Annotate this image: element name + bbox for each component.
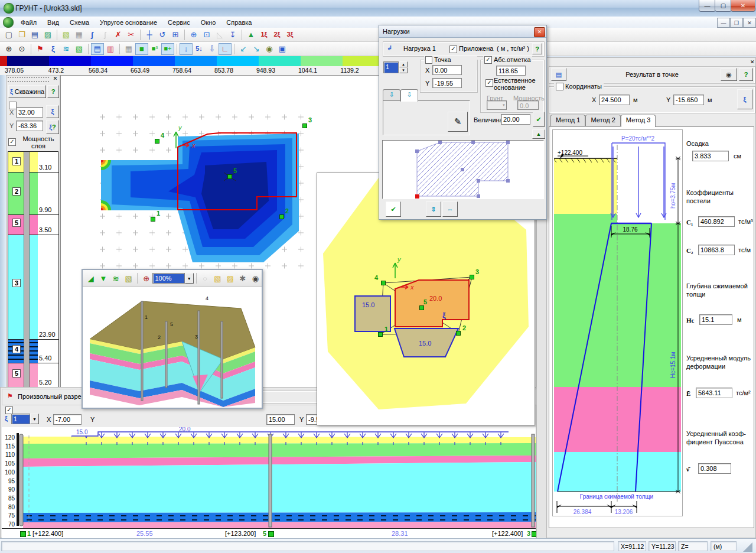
- panel-grip[interactable]: [8, 77, 49, 82]
- menu-elastic-base[interactable]: Упругое основание: [94, 18, 162, 27]
- mdi-minimize-button[interactable]: —: [717, 18, 730, 28]
- spin-up-icon[interactable]: ▲: [399, 61, 408, 67]
- menu-scheme[interactable]: Схема: [64, 18, 94, 27]
- well-icon[interactable]: ◉: [263, 43, 276, 55]
- view-rotate-icon[interactable]: ◢: [84, 272, 97, 284]
- spring-3-icon[interactable]: 3ξ: [284, 29, 296, 41]
- anchor-x-field[interactable]: 0.00: [432, 65, 462, 75]
- load-5-icon[interactable]: 5↓: [193, 43, 206, 55]
- mdi-close-button[interactable]: ✕: [743, 18, 756, 28]
- zoom-icon[interactable]: ⊕: [140, 272, 152, 284]
- isolines-icon[interactable]: ≋: [60, 43, 73, 55]
- borehole-help-button[interactable]: ?: [47, 85, 59, 98]
- tab-load-distributed[interactable]: ⇩: [400, 89, 418, 102]
- panel-close-icon[interactable]: ✕: [51, 76, 59, 83]
- spinner-dropdown-icon[interactable]: ▼: [30, 414, 39, 424]
- cube-wire-icon[interactable]: ▨: [224, 272, 236, 284]
- cube-solid-icon[interactable]: ▧: [211, 272, 224, 284]
- add-point-icon[interactable]: ■+: [161, 43, 174, 55]
- section-x2-field[interactable]: 15.00: [266, 414, 295, 425]
- axes-icon[interactable]: ┼: [143, 29, 156, 41]
- load-index-field[interactable]: 1: [383, 61, 399, 73]
- magnitude-apply-icon[interactable]: ✔: [533, 112, 545, 127]
- result-window-icon[interactable]: ▣: [276, 43, 289, 55]
- c2-field[interactable]: 10863.8: [698, 245, 735, 255]
- viewer3d-window[interactable]: ◢ ▼ ≋ ▧ ⊕ 100% ▼ ○ ▧ ▨ ✱ ◉: [82, 269, 263, 409]
- spring-2-icon[interactable]: 2ξ: [271, 29, 284, 41]
- menu-file[interactable]: Файл: [15, 18, 42, 27]
- load-arrow-icon[interactable]: ↧: [226, 29, 239, 41]
- e-field[interactable]: 5643.11: [696, 388, 732, 398]
- help-button[interactable]: ?: [739, 68, 753, 81]
- menu-help[interactable]: Справка: [221, 18, 257, 27]
- origin-handle[interactable]: [415, 194, 419, 199]
- loads-dialog-titlebar[interactable]: Нагрузки ✕: [379, 25, 546, 38]
- menu-service[interactable]: Сервис: [162, 18, 195, 27]
- points-3d-icon[interactable]: ■³: [148, 43, 161, 55]
- borehole-button[interactable]: ξ Скважина: [8, 85, 46, 98]
- load-surface-icon[interactable]: ⇩: [206, 43, 219, 55]
- save-icon[interactable]: ▤: [28, 29, 41, 41]
- snapshot-button[interactable]: ◉: [721, 68, 737, 81]
- orbit-icon[interactable]: ○: [198, 272, 211, 284]
- borehole-info-button[interactable]: ξ?: [46, 120, 59, 134]
- model3d-icon[interactable]: ▧: [73, 43, 86, 55]
- view-layers-icon[interactable]: ≋: [110, 272, 122, 284]
- expand-up-icon[interactable]: ▲: [532, 129, 545, 139]
- c1-field[interactable]: 460.892: [698, 216, 735, 227]
- tab-method-3[interactable]: Метод 3: [621, 115, 656, 127]
- result-y-field[interactable]: -15.650: [673, 95, 704, 105]
- borehole-edit-icon[interactable]: ʃ: [99, 29, 112, 41]
- thickness-field[interactable]: 0.0: [517, 100, 539, 110]
- abs-checkbox[interactable]: ✓: [484, 56, 492, 64]
- coords-checkbox[interactable]: [556, 83, 563, 90]
- tab-method-1[interactable]: Метод 1: [550, 115, 585, 126]
- save-layout-icon[interactable]: ⊞: [169, 29, 182, 41]
- center-icon[interactable]: ⊕: [187, 29, 200, 41]
- natural-base-checkbox[interactable]: ✓: [485, 79, 493, 87]
- load-down-icon[interactable]: ↓: [180, 43, 193, 55]
- minimize-button[interactable]: —: [699, 0, 716, 12]
- edit-scheme-icon[interactable]: ▧: [60, 29, 73, 41]
- soil-select[interactable]: ▼: [487, 100, 507, 110]
- help-button[interactable]: ?: [532, 43, 542, 54]
- anchor-checkbox[interactable]: [425, 56, 432, 64]
- panel-close-icon[interactable]: ✕: [750, 59, 755, 65]
- spring-button[interactable]: ξ: [737, 89, 752, 109]
- resize-grip[interactable]: [743, 542, 752, 552]
- borehole-icon[interactable]: ξ: [47, 43, 60, 55]
- snapshot-icon[interactable]: ◉: [249, 272, 262, 284]
- points-icon[interactable]: ■: [135, 43, 148, 55]
- flag-icon[interactable]: ⚑: [34, 43, 47, 55]
- load-move-left-icon[interactable]: ↙: [237, 43, 250, 55]
- apply-shape-button[interactable]: ✔: [386, 201, 401, 217]
- undo-icon[interactable]: ↺: [156, 29, 169, 41]
- spin-down-icon[interactable]: ▼: [399, 67, 408, 73]
- applied-checkbox[interactable]: ✓: [449, 45, 457, 53]
- menu-window[interactable]: Окно: [195, 18, 221, 27]
- zoom-dropdown-icon[interactable]: ▼: [185, 273, 194, 284]
- flip-horizontal-button[interactable]: ⇔: [442, 201, 458, 217]
- borehole-add-icon[interactable]: ʃ: [86, 29, 99, 41]
- close-button[interactable]: ✕: [731, 0, 755, 12]
- grid-icon[interactable]: ▦: [122, 43, 135, 55]
- render-settings-icon[interactable]: ✱: [236, 272, 249, 284]
- colorscale-icon[interactable]: ▥: [104, 43, 117, 55]
- load-shape-canvas[interactable]: [382, 140, 544, 199]
- hatch-icon[interactable]: ▦: [73, 29, 86, 41]
- result-x-field[interactable]: 24.500: [599, 95, 630, 105]
- borehole-delete-icon[interactable]: ✗: [112, 29, 125, 41]
- axes-corner-icon[interactable]: ∟: [219, 43, 232, 55]
- maximize-button[interactable]: ▢: [715, 0, 732, 12]
- print-map-icon[interactable]: ▨: [41, 29, 54, 41]
- tab-method-2[interactable]: Метод 2: [585, 115, 620, 126]
- view-texture-icon[interactable]: ▧: [122, 272, 135, 284]
- hc-field[interactable]: 15.1: [699, 314, 732, 325]
- edit-pencil-button[interactable]: ✎: [448, 112, 468, 132]
- section-x1-field[interactable]: -7.00: [53, 414, 82, 425]
- load-move-right-icon[interactable]: ↘: [250, 43, 263, 55]
- view-top-icon[interactable]: ▼: [97, 272, 109, 284]
- legend-icon[interactable]: ▤: [91, 43, 104, 55]
- abs-elevation-field[interactable]: 118.65: [496, 66, 526, 76]
- dialog-close-icon[interactable]: ✕: [534, 27, 545, 37]
